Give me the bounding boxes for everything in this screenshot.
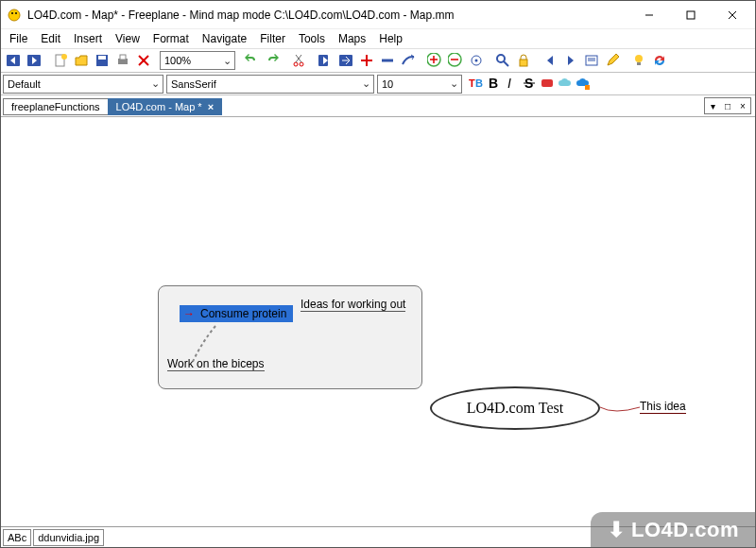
cloud-color-button[interactable] bbox=[576, 76, 591, 93]
titlebar: LO4D.com - Map* - Freeplane - Mind map m… bbox=[1, 1, 755, 29]
node-label: Consume protein bbox=[200, 307, 286, 320]
menu-tools[interactable]: Tools bbox=[292, 30, 332, 47]
svg-rect-47 bbox=[541, 79, 553, 87]
strikethrough-button[interactable]: S bbox=[522, 76, 537, 93]
menu-edit[interactable]: Edit bbox=[34, 30, 67, 47]
status-filename: ddunvidia.jpg bbox=[33, 529, 104, 546]
new-sibling-button[interactable] bbox=[335, 50, 356, 71]
new-map-button[interactable] bbox=[50, 50, 71, 71]
zoom-value: 100% bbox=[161, 55, 219, 66]
new-child-button[interactable] bbox=[315, 50, 335, 71]
background-color-button[interactable] bbox=[540, 76, 555, 93]
style-value: Default bbox=[4, 78, 147, 90]
style-combo[interactable]: Default⌄ bbox=[3, 75, 163, 94]
svg-text:I: I bbox=[507, 76, 511, 91]
redo-button[interactable] bbox=[262, 50, 283, 71]
add-cross-icon[interactable] bbox=[356, 50, 377, 71]
close-map-button[interactable] bbox=[133, 50, 154, 71]
svg-point-18 bbox=[300, 62, 303, 66]
menu-filter[interactable]: Filter bbox=[253, 30, 292, 47]
menu-navigate[interactable]: Navigate bbox=[196, 30, 253, 47]
connector-red bbox=[600, 403, 640, 415]
cut-button[interactable] bbox=[288, 50, 309, 71]
tab-close-icon[interactable]: × bbox=[208, 101, 214, 112]
close-button[interactable] bbox=[712, 2, 753, 28]
tab-close-button[interactable]: × bbox=[735, 101, 750, 111]
node-consume-protein[interactable]: → Consume protein bbox=[180, 305, 293, 322]
svg-rect-12 bbox=[98, 56, 106, 60]
node-group-box[interactable]: → Consume protein Ideas for working out … bbox=[158, 285, 422, 389]
svg-rect-40 bbox=[637, 62, 641, 65]
node-biceps[interactable]: Work on the biceps bbox=[167, 357, 265, 371]
menu-insert[interactable]: Insert bbox=[67, 30, 109, 47]
tab-active-map[interactable]: LO4D.com - Map * × bbox=[108, 98, 223, 115]
zoom-in-icon[interactable] bbox=[424, 50, 445, 71]
nav-right-icon[interactable] bbox=[560, 50, 581, 71]
mindmap-canvas[interactable]: → Consume protein Ideas for working out … bbox=[1, 116, 755, 526]
idea-icon[interactable] bbox=[628, 50, 649, 71]
tab-freeplane-functions[interactable]: freeplaneFunctions bbox=[3, 98, 109, 115]
minimize-button[interactable] bbox=[628, 2, 670, 28]
open-button[interactable] bbox=[71, 50, 92, 71]
maximize-button[interactable] bbox=[670, 2, 712, 28]
tab-maximize-button[interactable]: □ bbox=[720, 101, 735, 111]
link-arrow-icon[interactable] bbox=[398, 50, 419, 71]
svg-point-0 bbox=[9, 9, 20, 21]
menu-help[interactable]: Help bbox=[372, 30, 409, 47]
edit-button[interactable] bbox=[602, 50, 623, 71]
svg-line-5 bbox=[729, 11, 736, 19]
italic-button[interactable]: I bbox=[504, 76, 519, 93]
svg-rect-48 bbox=[585, 85, 590, 90]
toolbar: 100%⌄ bbox=[1, 48, 755, 73]
font-color-button[interactable]: TB bbox=[468, 76, 483, 93]
fontsize-value: 10 bbox=[378, 78, 446, 90]
menu-format[interactable]: Format bbox=[146, 30, 196, 47]
undo-button[interactable] bbox=[241, 50, 262, 71]
formatbar: Default⌄ SansSerif⌄ 10⌄ TB B I S bbox=[1, 73, 755, 95]
font-value: SansSerif bbox=[167, 78, 358, 90]
chevron-down-icon: ⌄ bbox=[147, 77, 163, 90]
font-combo[interactable]: SansSerif⌄ bbox=[166, 75, 374, 94]
svg-point-10 bbox=[61, 54, 67, 60]
cloud-button[interactable] bbox=[558, 76, 573, 93]
node-this-idea[interactable]: This idea bbox=[640, 400, 686, 414]
next-map-button[interactable] bbox=[24, 50, 44, 71]
tab-menu-button[interactable]: ▾ bbox=[705, 101, 720, 111]
save-button[interactable] bbox=[92, 50, 112, 71]
app-icon bbox=[7, 8, 22, 23]
prev-map-button[interactable] bbox=[3, 50, 24, 71]
bold-button[interactable]: B bbox=[486, 76, 501, 93]
print-button[interactable] bbox=[112, 50, 133, 71]
app-window: LO4D.com - Map* - Freeplane - Mind map m… bbox=[0, 0, 756, 548]
node-root-oval[interactable]: LO4D.com Test bbox=[430, 386, 600, 430]
notes-button[interactable] bbox=[581, 50, 602, 71]
svg-text:B: B bbox=[475, 77, 483, 89]
watermark: ⬇ LO4D.com bbox=[591, 512, 756, 548]
center-selected-button[interactable] bbox=[466, 50, 487, 71]
zoom-out-icon[interactable] bbox=[445, 50, 466, 71]
find-button[interactable] bbox=[492, 50, 513, 71]
zoom-combo[interactable]: 100%⌄ bbox=[160, 51, 235, 70]
window-title: LO4D.com - Map* - Freeplane - Mind map m… bbox=[27, 9, 628, 22]
node-ideas[interactable]: Ideas for working out bbox=[301, 298, 405, 312]
status-abc[interactable]: ABc bbox=[3, 529, 31, 546]
menu-file[interactable]: File bbox=[3, 30, 34, 47]
menubar: File Edit Insert View Format Navigate Fi… bbox=[1, 29, 755, 48]
nav-left-icon[interactable] bbox=[540, 50, 560, 71]
encrypt-button[interactable] bbox=[513, 50, 534, 71]
fontsize-combo[interactable]: 10⌄ bbox=[377, 75, 462, 94]
svg-point-1 bbox=[11, 12, 13, 14]
svg-point-39 bbox=[635, 55, 643, 62]
svg-rect-4 bbox=[687, 11, 695, 19]
remove-node-button[interactable] bbox=[377, 50, 398, 71]
svg-point-32 bbox=[475, 60, 478, 62]
chevron-down-icon: ⌄ bbox=[219, 55, 234, 67]
svg-line-6 bbox=[729, 11, 736, 19]
tab-label: LO4D.com - Map * bbox=[116, 101, 202, 112]
refresh-icon[interactable] bbox=[649, 50, 670, 71]
chevron-down-icon: ⌄ bbox=[446, 77, 461, 90]
svg-rect-14 bbox=[120, 55, 126, 60]
menu-maps[interactable]: Maps bbox=[332, 30, 372, 47]
svg-line-34 bbox=[504, 61, 508, 66]
menu-view[interactable]: View bbox=[109, 30, 146, 47]
